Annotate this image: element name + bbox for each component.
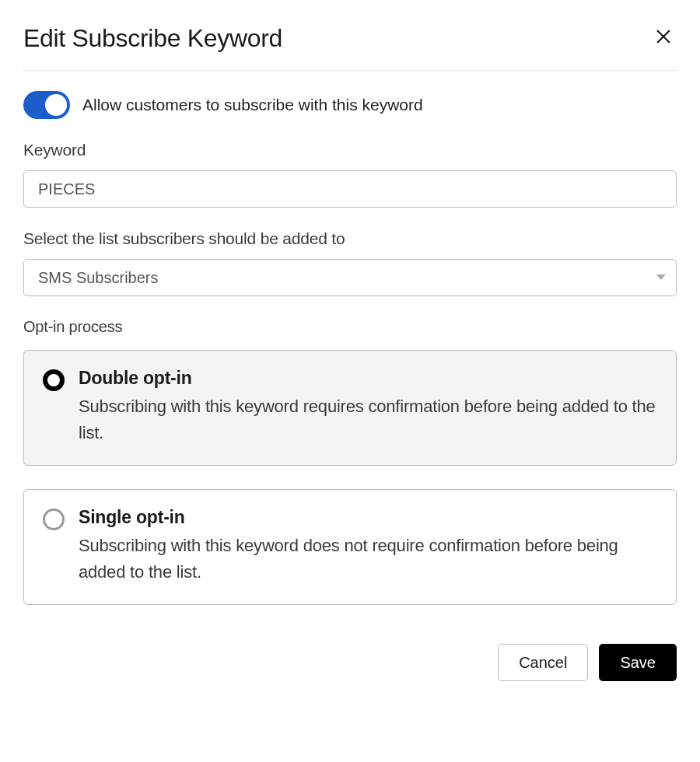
radio-indicator (43, 369, 65, 391)
keyword-label: Keyword (23, 141, 677, 159)
close-icon (655, 28, 672, 48)
optin-block: Opt-in process Double opt-in Subscribing… (23, 318, 677, 605)
keyword-field-block: Keyword (23, 141, 677, 208)
radio-content: Double opt-in Subscribing with this keyw… (79, 368, 657, 446)
dialog-footer: Cancel Save (23, 644, 677, 681)
save-button[interactable]: Save (599, 644, 677, 681)
optin-option-title: Single opt-in (79, 507, 657, 528)
radio-indicator (43, 509, 65, 530)
optin-option-single[interactable]: Single opt-in Subscribing with this keyw… (23, 489, 677, 605)
toggle-knob (45, 94, 67, 116)
list-label: Select the list subscribers should be ad… (23, 229, 677, 248)
close-button[interactable] (650, 23, 677, 53)
dialog-title: Edit Subscribe Keyword (23, 24, 282, 53)
optin-option-title: Double opt-in (79, 368, 657, 389)
list-select-wrap: SMS Subscribers (23, 259, 677, 296)
optin-option-double[interactable]: Double opt-in Subscribing with this keyw… (23, 350, 677, 466)
allow-subscribe-toggle[interactable] (23, 91, 70, 119)
cancel-button[interactable]: Cancel (498, 644, 588, 681)
optin-option-desc: Subscribing with this keyword requires c… (79, 393, 657, 446)
keyword-input[interactable] (23, 170, 677, 208)
allow-subscribe-label: Allow customers to subscribe with this k… (82, 96, 423, 114)
optin-option-desc: Subscribing with this keyword does not r… (79, 533, 657, 585)
optin-label: Opt-in process (23, 318, 677, 336)
dialog-header: Edit Subscribe Keyword (23, 23, 677, 71)
list-field-block: Select the list subscribers should be ad… (23, 229, 677, 296)
list-select[interactable]: SMS Subscribers (23, 259, 677, 296)
allow-subscribe-row: Allow customers to subscribe with this k… (23, 91, 677, 119)
radio-content: Single opt-in Subscribing with this keyw… (79, 507, 657, 585)
